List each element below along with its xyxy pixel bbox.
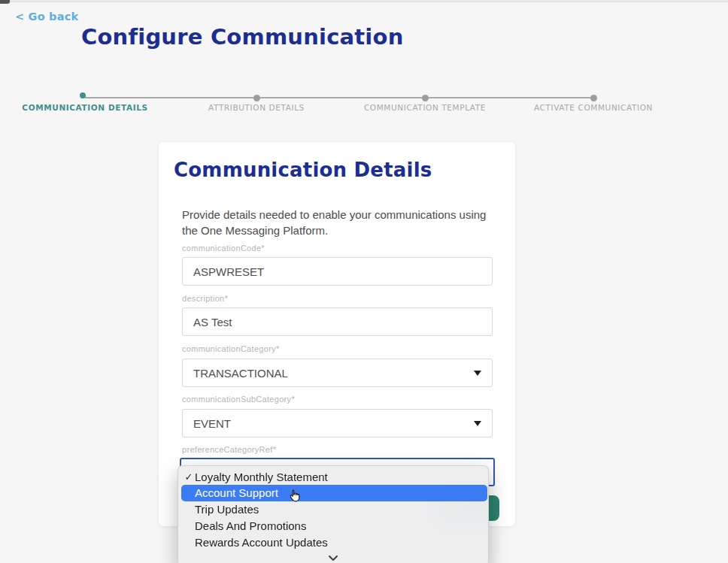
card-description: Provide details needed to enable your co… [182,207,504,238]
step-dot-communication-details [80,92,86,98]
caret-down-icon [474,371,481,376]
menu-option-account-support[interactable]: Account Support [181,485,487,501]
description-label: description* [182,294,228,303]
menu-option-account-support-label: Account Support [195,486,278,499]
menu-option-loyalty-monthly-statement[interactable]: Loyalty Monthly Statement [178,469,488,486]
screen-corner-artifact [0,0,10,4]
communication-code-label: communicationCode* [182,244,265,253]
chevron-down-icon[interactable] [328,551,338,563]
preference-category-ref-label: preferenceCategoryRef* [182,445,276,454]
stepper-connector-line [85,97,593,98]
menu-option-trip-updates[interactable]: Trip Updates [178,501,488,518]
step-dot-communication-template [422,95,429,101]
menu-option-rewards-account-updates[interactable]: Rewards Account Updates [178,534,488,551]
communication-code-input[interactable] [182,257,493,286]
communication-subcategory-value: EVENT [193,417,231,430]
step-dot-activate-communication [590,95,597,101]
go-back-link[interactable]: < Go back [15,11,78,23]
menu-option-deals-and-promotions[interactable]: Deals And Promotions [178,518,488,534]
communication-category-select[interactable]: TRANSACTIONAL [182,359,493,387]
communication-subcategory-select[interactable]: EVENT [182,409,493,437]
step-label-communication-template: COMMUNICATION TEMPLATE [364,103,486,112]
step-dot-attribution-details [253,95,260,101]
step-label-attribution-details: ATTRIBUTION DETAILS [208,103,305,112]
step-label-communication-details: COMMUNICATION DETAILS [22,103,147,112]
communication-category-label: communicationCategory* [182,344,280,353]
top-edge-strip [0,0,728,2]
description-input[interactable] [182,307,493,336]
page-title: Configure Communication [81,24,403,50]
card-title: Communication Details [174,159,432,181]
step-label-activate-communication: ACTIVATE COMMUNICATION [534,103,653,112]
communication-subcategory-label: communicationSubCategory* [182,395,295,404]
caret-down-icon [474,421,481,426]
communication-category-value: TRANSACTIONAL [193,367,288,380]
preference-category-dropdown-menu: ✓ Loyalty Monthly Statement Account Supp… [177,465,489,563]
